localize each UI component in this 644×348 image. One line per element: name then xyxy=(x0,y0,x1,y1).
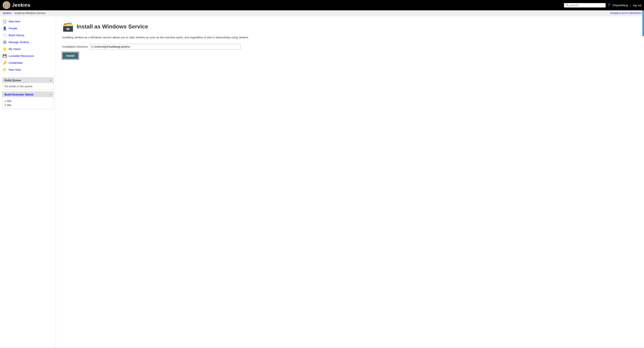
build-executor-body: 1 Idle2 Idle xyxy=(2,97,54,109)
scrollbar-accent xyxy=(642,10,644,36)
build-executor-header: Build Executor Status – xyxy=(2,92,54,97)
search-box-wrap: 🔍 xyxy=(564,3,606,8)
install-form: Installation Directory Install xyxy=(62,44,638,59)
sidebar-item-label: New View xyxy=(8,68,21,71)
sidebar-item-icon: 📋 xyxy=(2,19,7,24)
installation-directory-input[interactable] xyxy=(90,44,241,49)
build-queue-panel: Build Queue – No builds in the queue. xyxy=(2,77,54,90)
sidebar-item-icon: 🔑 xyxy=(2,61,7,65)
sidebar-item-label: Lockable Resources xyxy=(8,54,34,58)
logout-link[interactable]: log out xyxy=(633,4,642,7)
executor-rows: 1 Idle2 Idle xyxy=(4,99,51,107)
sidebar-item-label: My Views xyxy=(8,47,20,51)
separator: | xyxy=(630,4,631,7)
header: 🤖 Jenkins 🔍 ? ZhiyanWang | log out xyxy=(0,0,644,10)
dir-label: Installation Directory xyxy=(62,45,88,48)
build-executor-panel: Build Executor Status – 1 Idle2 Idle xyxy=(2,92,54,109)
build-queue-title: Build Queue xyxy=(4,79,21,82)
build-executor-collapse[interactable]: – xyxy=(50,93,51,96)
jenkins-title: Jenkins xyxy=(12,2,30,8)
sidebar-item-new-item[interactable]: 📋New Item xyxy=(0,18,56,25)
build-queue-collapse[interactable]: – xyxy=(50,79,51,82)
sidebar-item-my-views[interactable]: 🌟My Views xyxy=(0,46,56,52)
username-label: ZhiyanWang xyxy=(612,4,628,7)
breadcrumb: Jenkins › Install as Windows Service xyxy=(2,12,46,15)
build-queue-empty: No builds in the queue. xyxy=(4,85,33,88)
build-executor-title-link[interactable]: Build Executor Status xyxy=(4,93,34,96)
install-button[interactable]: Install xyxy=(62,52,78,59)
breadcrumb-root[interactable]: Jenkins xyxy=(2,12,12,15)
page-title: Install as Windows Service xyxy=(77,23,148,30)
sidebar-item-label: People xyxy=(8,27,17,30)
sidebar-item-icon: 💾 xyxy=(2,54,7,58)
search-icon: 🔍 xyxy=(566,4,569,7)
install-btn-outline: Install xyxy=(62,52,78,59)
breadcrumb-current: Install as Windows Service xyxy=(15,12,46,15)
main-content: 🗃️ Install as Windows Service Installing… xyxy=(56,16,644,347)
install-button-wrap: Install xyxy=(62,52,638,59)
build-queue-header: Build Queue – xyxy=(2,78,54,83)
help-icon[interactable]: ? xyxy=(608,3,610,8)
sidebar-item-build-history[interactable]: 📄Build History xyxy=(0,32,56,39)
disable-auto-refresh-link[interactable]: DISABLE AUTO REFRESH xyxy=(610,12,642,15)
layout: 📋New Item👤People📄Build History⚙️Manage J… xyxy=(0,16,644,347)
sidebar: 📋New Item👤People📄Build History⚙️Manage J… xyxy=(0,16,56,347)
sidebar-item-people[interactable]: 👤People xyxy=(0,25,56,32)
search-input[interactable] xyxy=(570,4,604,7)
sidebar-item-credentials[interactable]: 🔑Credentials xyxy=(0,59,56,66)
sidebar-item-new-view[interactable]: 📁New View xyxy=(0,66,56,73)
page-description: Installing Jenkins as a Windows service … xyxy=(62,35,638,40)
page-icon: 🗃️ xyxy=(62,21,74,32)
executor-row: 2 Idle xyxy=(4,103,51,107)
header-right: 🔍 ? ZhiyanWang | log out xyxy=(564,3,642,8)
build-queue-body: No builds in the queue. xyxy=(2,83,54,90)
jenkins-logo: 🤖 xyxy=(2,1,10,9)
sidebar-nav: 📋New Item👤People📄Build History⚙️Manage J… xyxy=(0,18,56,73)
sidebar-item-icon: 🌟 xyxy=(2,47,7,51)
sidebar-item-icon: 📁 xyxy=(2,67,7,72)
header-left: 🤖 Jenkins xyxy=(2,1,30,9)
sidebar-item-manage-jenkins[interactable]: ⚙️Manage Jenkins xyxy=(0,39,56,46)
page-heading: 🗃️ Install as Windows Service xyxy=(62,21,638,32)
breadcrumb-bar: Jenkins › Install as Windows Service DIS… xyxy=(0,10,644,16)
sidebar-item-icon: 📄 xyxy=(2,33,7,37)
sidebar-item-label: Manage Jenkins xyxy=(8,41,29,44)
breadcrumb-separator: › xyxy=(13,12,14,15)
sidebar-item-label: Credentials xyxy=(8,61,23,64)
sidebar-item-icon: 👤 xyxy=(2,26,7,30)
sidebar-item-label: New Item xyxy=(8,20,20,23)
sidebar-item-label: Build History xyxy=(8,34,24,37)
sidebar-item-icon: ⚙️ xyxy=(2,40,7,44)
sidebar-item-lockable-resources[interactable]: 💾Lockable Resources xyxy=(0,52,56,59)
dir-row: Installation Directory xyxy=(62,44,638,49)
sidebar-panels: Build Queue – No builds in the queue. Bu… xyxy=(0,77,56,109)
executor-row: 1 Idle xyxy=(4,99,51,103)
